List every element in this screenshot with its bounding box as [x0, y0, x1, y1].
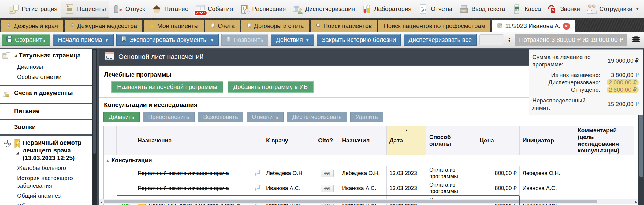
cito-cell: нет	[315, 166, 339, 181]
cancel-button[interactable]: Отменить	[247, 112, 284, 122]
save-button[interactable]: Сохранить	[2, 34, 50, 46]
action-toolbar: Сохранить Начало приёма ▼ Экспортировать…	[0, 32, 644, 48]
ribbon-item-calls[interactable]: Звонки	[544, 1, 583, 18]
ribbon-item-dispatch[interactable]: Диспетчеризация	[289, 1, 358, 18]
assigned-by-cell: Иванова А.С.	[339, 181, 387, 196]
resume-button[interactable]: Возобновить	[198, 112, 243, 122]
dispatch-all-button[interactable]: Диспетчеризовать все	[404, 34, 477, 46]
column-header-initiator[interactable]: Инициатор	[520, 126, 575, 155]
program-summary-panel: Сумма на лечение по программе:19 000,00 …	[529, 49, 643, 115]
export-docs-button[interactable]: Экспортировать документы ▼	[116, 34, 219, 46]
tab-duty-nurse[interactable]: Дежурная медсестра	[65, 20, 142, 32]
expand-triangle-icon[interactable]: ◢	[14, 53, 17, 57]
group-expand-icon[interactable]: ▴	[107, 158, 109, 163]
column-header-cito[interactable]: Cito?	[315, 126, 339, 155]
summary-value: 15 200,00 ₽	[603, 101, 639, 108]
column-header-date[interactable]: ▲ Дата	[387, 126, 426, 155]
export-docs-label: Экспортировать документы	[129, 36, 208, 43]
ribbon-item-food[interactable]: Питание	[148, 1, 192, 18]
pause-button[interactable]: Приостановить	[143, 112, 194, 122]
to-doctor-cell: Лебедева О.Н.	[263, 166, 315, 181]
comment-bubble-icon[interactable]	[254, 169, 260, 177]
actions-button[interactable]: Действия ▼	[271, 34, 314, 46]
tab-case-ivanova[interactable]: 11/2023 Иванова А. ✕	[492, 20, 575, 32]
initiator-cell: Лебедева О.Н.	[520, 166, 575, 181]
summary-value: 3 800,00 ₽	[603, 71, 639, 79]
comment-cell	[575, 166, 634, 181]
ribbon-item-reports[interactable]: Отчёты	[415, 1, 455, 18]
document-icon	[247, 23, 251, 30]
ribbon-item-staff[interactable]: Сотрудники	[583, 1, 635, 18]
delete-button[interactable]: Удалить	[350, 112, 383, 122]
scroll-left-icon[interactable]: ◂	[100, 200, 102, 204]
close-history-button[interactable]: Закрыть историю болезни	[317, 34, 401, 46]
tab-profexam-search[interactable]: Поиск пациентов по профосмотрам	[378, 20, 490, 32]
dispatch-button[interactable]: Диспетчеризовать	[287, 112, 347, 122]
sidebar-item-primary-exam[interactable]: ◢ Первичный осмотр лечащего врача (13.03…	[1, 138, 91, 163]
tab-duty-doctor[interactable]: Дежурный врач	[1, 20, 63, 32]
content-hscroll-thumb[interactable]	[104, 200, 597, 203]
price-cell: 800,00 ₽	[477, 181, 520, 196]
ribbon-item-patients[interactable]: Пациенты	[61, 1, 109, 18]
ribbon-item-cashdesk[interactable]: Касса	[508, 1, 544, 18]
add-button[interactable]: Добавить	[103, 112, 140, 122]
sidebar-item-disease-history[interactable]: История настоящего заболевания	[1, 173, 91, 191]
sidebar-section-primary-exam: ◢ Первичный осмотр лечащего врача (13.03…	[0, 136, 92, 205]
sidebar-item-special-marks[interactable]: Особые отметки	[1, 72, 91, 82]
column-header-to-doctor[interactable]: К врачу	[263, 126, 315, 155]
text-input-icon	[458, 4, 469, 15]
scroll-right-icon[interactable]: ▸	[635, 200, 637, 204]
call-button[interactable]: Позвонить	[221, 34, 268, 46]
tab-my-patients[interactable]: ★ Мои пациенты	[144, 20, 204, 32]
column-header-assigned-by[interactable]: Назначил	[339, 126, 387, 155]
tab-invoices[interactable]: Счета	[205, 20, 240, 32]
sidebar-item-complaints[interactable]: Жалобы больного	[1, 163, 91, 173]
tab-label: Договоры и счета	[254, 23, 304, 30]
actions-label: Действия	[276, 36, 303, 43]
sidebar-scrollbar[interactable]	[92, 49, 97, 205]
assignment-text: Первичный осмотр лечащего врача	[138, 185, 229, 192]
ribbon-item-vacation[interactable]: Отпуск	[109, 1, 148, 18]
sidebar-item-calls[interactable]: Звонки	[1, 122, 91, 132]
status-cell	[117, 181, 135, 196]
summary-value: 19 000,00 ₽	[603, 57, 639, 64]
sidebar-item-objective-data[interactable]: Объективные данные	[1, 201, 91, 205]
sidebar-item-invoices-docs[interactable]: Счета и документы	[1, 88, 91, 100]
ribbon-toolbar: Регистрация Пациенты Отпуск Питание cito…	[0, 0, 644, 18]
assign-from-program-button[interactable]: Назначить из лечебной программы	[111, 81, 223, 93]
group-header-consultations[interactable]: ▴ Консультации	[104, 155, 634, 166]
ribbon-overflow-icon[interactable]: ▼	[635, 7, 639, 11]
ribbon-item-registration[interactable]: Регистрация	[6, 1, 61, 18]
assignment-cell: Первичный осмотр лечащего врача	[135, 181, 263, 196]
table-row[interactable]: Первичный осмотр лечащего врача Лебедева…	[104, 166, 634, 181]
ribbon-item-text-input[interactable]: Ввод текста	[455, 1, 508, 18]
person-icon	[70, 23, 75, 30]
case-document-icon	[497, 23, 503, 30]
column-header-payment[interactable]: Способ оплаты	[426, 126, 477, 155]
tab-contracts[interactable]: Договоры и счета	[241, 20, 309, 32]
content-horizontal-scrollbar[interactable]: ◂ ▸	[99, 199, 638, 204]
ribbon-item-label: Сотрудники	[599, 5, 632, 13]
column-header-assignment[interactable]: Назначение	[135, 126, 263, 155]
sidebar-item-title-page[interactable]: ◢ Титульная страница	[1, 51, 91, 62]
add-program-button[interactable]: Добавить программу в ИБ	[228, 81, 314, 93]
table-row[interactable]: Первичный осмотр лечащего врача Иванова …	[104, 181, 634, 196]
expand-triangle-icon[interactable]: ◢	[16, 151, 19, 155]
comment-bubble-icon[interactable]	[254, 184, 260, 192]
sidebar-item-food[interactable]: Питание	[1, 106, 91, 116]
start-visit-button[interactable]: Начало приёма ▼	[53, 34, 113, 46]
ribbon-item-lab[interactable]: Лаборатория	[358, 1, 415, 18]
tab-close-icon[interactable]: ✕	[563, 23, 570, 30]
ribbon-item-schedules[interactable]: Расписания	[236, 1, 289, 18]
sidebar-scrollbar-thumb[interactable]	[93, 50, 96, 154]
case-navigation-sidebar: ◢ Титульная страница Диагнозы Особые отм…	[0, 49, 92, 205]
orders-sheet-icon	[105, 52, 114, 62]
sidebar-item-diagnoses[interactable]: Диагнозы	[1, 62, 91, 72]
ribbon-item-events[interactable]: cito! События	[192, 1, 236, 18]
ribbon-item-label: Расписания	[252, 5, 286, 13]
tab-patient-search[interactable]: Поиск пациентов	[311, 20, 377, 32]
toolbar-overflow-icon[interactable]: ▲ ▼	[508, 37, 511, 42]
column-header-price[interactable]: Цена	[477, 126, 520, 155]
sidebar-item-general-anamnesis[interactable]: Общий анамнез	[1, 191, 91, 201]
column-header-comment[interactable]: Комментарий (цель исследования консульта…	[575, 126, 634, 155]
